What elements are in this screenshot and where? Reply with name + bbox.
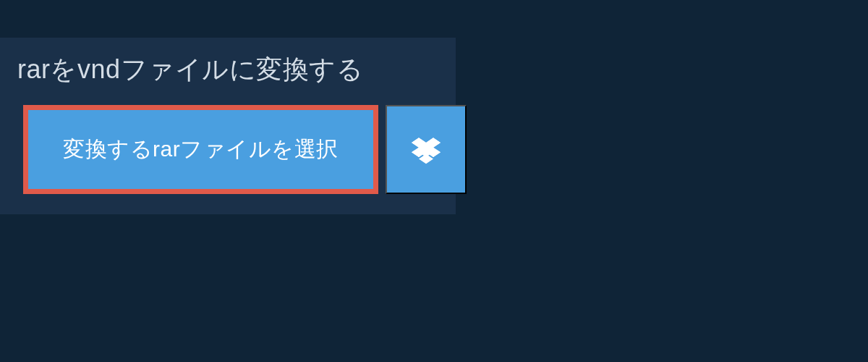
page-title: rarをvndファイルに変換する [17,52,438,88]
select-file-button[interactable]: 変換するrarファイルを選択 [23,105,378,194]
button-row: 変換するrarファイルを選択 [0,105,535,194]
dropbox-icon [412,135,441,164]
converter-panel: rarをvndファイルに変換する 変換するrarファイルを選択 [0,38,456,214]
title-bar: rarをvndファイルに変換する [0,38,456,105]
dropbox-button[interactable] [386,105,467,194]
